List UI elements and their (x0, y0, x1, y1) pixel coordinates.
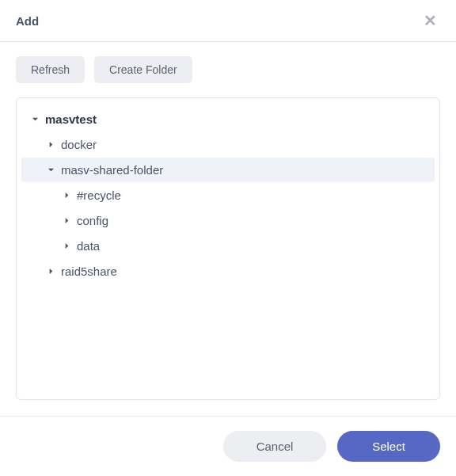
tree-node[interactable]: #recycle (21, 183, 435, 208)
tree-node[interactable]: masvtest (21, 107, 435, 131)
dialog-title: Add (16, 14, 39, 28)
dialog-header: Add ✕ (0, 0, 456, 42)
chevron-right-icon[interactable] (61, 217, 72, 224)
tree-node-label: #recycle (77, 188, 121, 202)
tree-node[interactable]: config (21, 208, 435, 233)
select-button[interactable]: Select (337, 431, 440, 462)
tree-node[interactable]: data (21, 234, 435, 258)
chevron-down-icon[interactable] (45, 166, 56, 173)
tree-node-label: masvtest (45, 112, 97, 126)
tree-node-label: data (77, 239, 100, 253)
dialog-content: Refresh Create Folder masvtestdockermasv… (0, 42, 456, 416)
chevron-right-icon[interactable] (61, 242, 72, 249)
tree-node[interactable]: docker (21, 132, 435, 157)
dialog-footer: Cancel Select (0, 416, 456, 476)
toolbar: Refresh Create Folder (16, 56, 440, 83)
refresh-button[interactable]: Refresh (16, 56, 85, 83)
close-icon[interactable]: ✕ (420, 11, 440, 30)
tree-node-label: raid5share (61, 265, 117, 278)
tree-node-label: docker (61, 138, 97, 151)
chevron-right-icon[interactable] (45, 141, 56, 148)
tree-node[interactable]: raid5share (21, 259, 435, 284)
chevron-down-icon[interactable] (29, 116, 40, 123)
tree-node-label: masv-shared-folder (61, 163, 163, 177)
cancel-button[interactable]: Cancel (223, 431, 326, 462)
create-folder-button[interactable]: Create Folder (94, 56, 192, 83)
chevron-right-icon[interactable] (61, 192, 72, 199)
tree-node-label: config (77, 214, 108, 227)
folder-tree[interactable]: masvtestdockermasv-shared-folder#recycle… (16, 97, 440, 400)
tree-node[interactable]: masv-shared-folder (21, 158, 435, 182)
chevron-right-icon[interactable] (45, 268, 56, 275)
